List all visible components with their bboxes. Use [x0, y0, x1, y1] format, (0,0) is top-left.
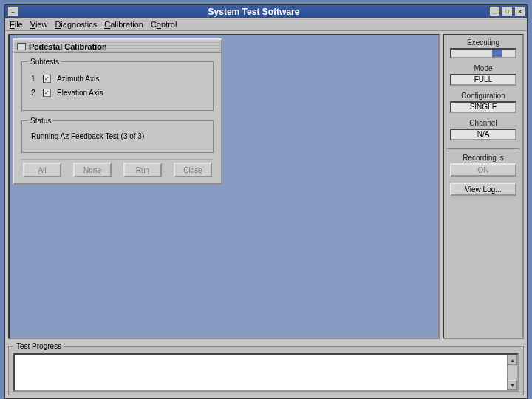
- menu-control[interactable]: Control: [151, 20, 177, 29]
- mode-label: Mode: [447, 64, 519, 72]
- elevation-checkbox[interactable]: ✓: [43, 89, 51, 97]
- all-button[interactable]: All: [23, 163, 61, 177]
- none-button[interactable]: None: [73, 163, 112, 177]
- close-icon[interactable]: ×: [514, 7, 525, 16]
- executing-progress: [450, 48, 516, 58]
- scroll-down-icon[interactable]: ▼: [508, 380, 517, 390]
- main-canvas: Pedestal Calibration Subtests 1 ✓ Azimut…: [8, 34, 440, 339]
- pedestal-calibration-dialog: Pedestal Calibration Subtests 1 ✓ Azimut…: [13, 38, 222, 185]
- progress-bar-segment: [492, 50, 502, 57]
- scroll-up-icon[interactable]: ▲: [508, 355, 517, 365]
- channel-field[interactable]: N/A: [450, 129, 516, 140]
- configuration-label: Configuration: [447, 92, 519, 100]
- menubar: File View Diagnostics Calibration Contro…: [5, 18, 527, 31]
- status-text: Running Az Feedback Test (3 of 3): [28, 131, 207, 145]
- window-icon: [17, 43, 26, 50]
- subtest-number: 2: [31, 89, 37, 97]
- view-log-button[interactable]: View Log...: [450, 183, 516, 196]
- dialog-title: Pedestal Calibration: [29, 42, 107, 51]
- separator: [447, 148, 519, 149]
- mode-field[interactable]: FULL: [450, 74, 516, 86]
- channel-label: Channel: [447, 119, 519, 127]
- menu-diagnostics[interactable]: Diagnostics: [55, 20, 97, 29]
- subtests-group: Subtests 1 ✓ Azimuth Axis 2 ✓ Elevation …: [21, 58, 214, 111]
- azimuth-checkbox[interactable]: ✓: [43, 75, 51, 83]
- subtest-label: Elevation Axis: [57, 89, 103, 97]
- test-progress-textarea[interactable]: ▲ ▼: [13, 353, 519, 392]
- window-title: System Test Software: [18, 7, 489, 17]
- recording-label: Recording is: [447, 154, 519, 162]
- close-button[interactable]: Close: [174, 163, 212, 177]
- test-progress-section: Test Progress ▲ ▼: [8, 342, 524, 395]
- window-menu-icon[interactable]: –: [7, 7, 18, 16]
- recording-status: ON: [450, 163, 516, 177]
- dialog-titlebar[interactable]: Pedestal Calibration: [14, 40, 221, 53]
- status-legend: Status: [28, 117, 53, 125]
- scrollbar[interactable]: ▲ ▼: [507, 355, 517, 390]
- menu-calibration[interactable]: Calibration: [104, 20, 143, 29]
- run-button[interactable]: Run: [123, 163, 162, 177]
- minimize-icon[interactable]: _: [489, 7, 500, 16]
- menu-view[interactable]: View: [30, 20, 48, 29]
- titlebar: – System Test Software _ □ ×: [5, 5, 527, 18]
- subtest-number: 1: [31, 75, 37, 83]
- upper-area: Pedestal Calibration Subtests 1 ✓ Azimut…: [8, 34, 524, 339]
- executing-label: Executing: [447, 38, 519, 47]
- subtest-row: 2 ✓ Elevation Axis: [31, 89, 207, 97]
- main-window: – System Test Software _ □ × File View D…: [4, 4, 528, 399]
- subtest-row: 1 ✓ Azimuth Axis: [31, 75, 207, 83]
- dialog-button-row: All None Run Close: [21, 159, 214, 177]
- dialog-body: Subtests 1 ✓ Azimuth Axis 2 ✓ Elevation …: [14, 53, 221, 183]
- configuration-field[interactable]: SINGLE: [450, 101, 516, 113]
- workarea: Pedestal Calibration Subtests 1 ✓ Azimut…: [5, 31, 527, 398]
- subtests-legend: Subtests: [28, 58, 61, 66]
- menu-file[interactable]: File: [10, 20, 23, 29]
- test-progress-legend: Test Progress: [13, 342, 64, 350]
- subtest-label: Azimuth Axis: [57, 75, 99, 83]
- maximize-icon[interactable]: □: [502, 7, 513, 16]
- right-panel: Executing Mode FULL Configuration SINGLE…: [443, 34, 524, 339]
- test-progress-group: Test Progress ▲ ▼: [8, 342, 524, 395]
- status-group: Status Running Az Feedback Test (3 of 3): [21, 117, 214, 153]
